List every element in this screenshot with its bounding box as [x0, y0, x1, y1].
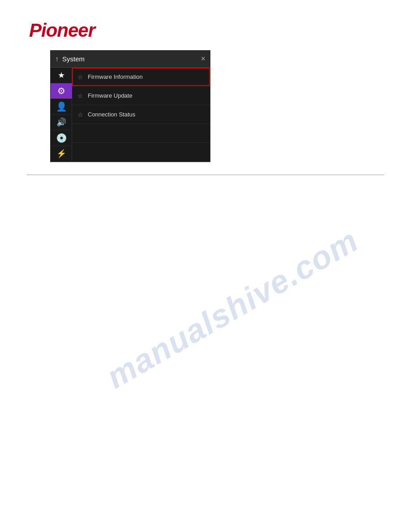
watermark-text: manualshive.com	[100, 222, 364, 395]
firmware-update-label: Firmware Update	[88, 92, 133, 99]
star-icon-firmware-update: ☆	[77, 92, 83, 99]
audio-icon: 🔊	[56, 117, 66, 127]
up-icon: ↑	[55, 55, 59, 63]
sidebar-item-settings[interactable]: ⚙	[51, 83, 72, 99]
panel-header: ↑ System ×	[51, 51, 210, 68]
panel-title: System	[62, 55, 201, 63]
watermark: manualshive.com	[81, 175, 384, 442]
sidebar-item-bluetooth[interactable]: ⚡	[51, 146, 72, 162]
system-panel: ↑ System × ★ ⚙ 👤 🔊 💿 ⚡	[50, 50, 210, 162]
sidebar-item-user[interactable]: 👤	[51, 99, 72, 115]
sidebar-item-audio[interactable]: 🔊	[51, 115, 72, 130]
pioneer-logo: Pioneer	[27, 17, 98, 43]
disc-icon: 💿	[56, 133, 67, 143]
close-button[interactable]: ×	[201, 54, 206, 64]
divider-line	[27, 175, 384, 175]
sidebar-item-disc[interactable]: 💿	[51, 130, 72, 146]
menu-item-connection-status[interactable]: ☆ Connection Status	[72, 105, 210, 124]
menu-content: ☆ Firmware Information ☆ Firmware Update…	[72, 68, 210, 162]
menu-item-empty-2	[72, 143, 210, 162]
favorites-icon: ★	[58, 70, 65, 80]
panel-body: ★ ⚙ 👤 🔊 💿 ⚡ ☆ Firmware Info	[51, 68, 210, 162]
sidebar-item-favorites[interactable]: ★	[51, 68, 72, 83]
bluetooth-icon: ⚡	[56, 149, 66, 159]
settings-icon: ⚙	[57, 86, 65, 96]
menu-item-firmware-information[interactable]: ☆ Firmware Information	[72, 68, 210, 86]
menu-item-firmware-update[interactable]: ☆ Firmware Update	[72, 86, 210, 105]
star-icon-connection-status: ☆	[77, 111, 83, 118]
user-icon: 👤	[56, 101, 67, 112]
connection-status-label: Connection Status	[88, 111, 135, 118]
star-icon-firmware-info: ☆	[77, 73, 83, 81]
firmware-information-label: Firmware Information	[88, 73, 143, 80]
sidebar: ★ ⚙ 👤 🔊 💿 ⚡	[51, 68, 72, 162]
menu-item-empty-1	[72, 124, 210, 143]
svg-text:Pioneer: Pioneer	[29, 20, 97, 41]
